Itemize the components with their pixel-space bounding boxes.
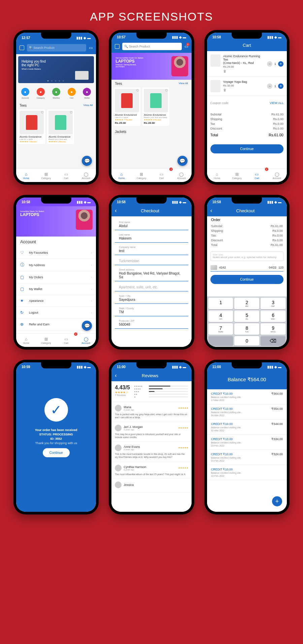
nav-category[interactable]: ⊞Category [36,334,56,347]
signal-icon: ▮▮▮ [76,36,82,40]
view-all-link[interactable]: View All [83,104,93,107]
search-input[interactable]: 🔍 Search Product [122,43,181,50]
nav-account[interactable]: ◯Account [267,169,287,182]
account-row[interactable]: ▢My Orders› [16,272,96,283]
qty-plus[interactable]: + [278,83,283,89]
product-card[interactable]: ♡Atomic EnduranceReach your limit and★★★… [47,109,74,144]
account-row[interactable]: ↻Logout› [16,307,96,319]
product-card[interactable]: ♡Atomic EnduranceLike it's v-neck★★★★★ 7… [18,109,45,144]
account-row[interactable]: ℗Reward Points› [16,330,96,333]
bottom-nav: ⌂Home ⊞Category ▭2Cart ◯Account [207,169,287,182]
nav-home[interactable]: ⌂Home [207,169,227,182]
coupon-row[interactable]: Coupon codeVIEW ALL [207,98,287,108]
back-icon[interactable]: ‹ [115,372,116,379]
product-card[interactable]: ♡Atomic EnduranceLike it's v-neck★★★★★ 7… [113,87,140,126]
chevron-right-icon: › [91,311,92,314]
form-field[interactable]: Company nametest [115,244,188,255]
review-item: Jeri J. Morgan2 years ago★★★★★This may b… [111,422,191,442]
view-all-link[interactable]: View All [179,82,188,85]
account-row[interactable]: ♡My Favourites› [16,247,96,259]
form-field[interactable]: Last nameHakeem [115,231,188,243]
product-card[interactable]: ♡Atomic EnduranceReach your limit and ke… [142,87,169,126]
qty-minus[interactable]: − [267,61,272,67]
back-icon[interactable]: ‹ [115,208,116,214]
keypad-key[interactable] [208,336,233,346]
keypad-key[interactable]: 0 [234,336,259,346]
qty-plus[interactable]: + [278,61,283,67]
scan-icon[interactable] [115,44,120,49]
hero-banner[interactable]: Get Incredible Deals On Select LAPTOPS D… [111,53,191,80]
form-field[interactable]: State / CountyTM [115,305,188,316]
keypad-key[interactable]: 6MNO [261,311,285,322]
account-row[interactable]: ⓘMy Address› [16,259,96,272]
card-input[interactable]: 424204/22123 [210,264,283,272]
nav-cart[interactable]: ▭2Cart [56,334,76,347]
nav-home[interactable]: ⌂Home [111,169,131,182]
hero-banner[interactable]: Helping you find the right PC What's Ins… [18,56,94,83]
keypad-key[interactable]: ⌫ [261,336,285,346]
phone-checkout-form: 10:58▮▮▮ ◈ ▬ ‹Checkout First nameAbdulLa… [109,195,194,350]
nav-category[interactable]: ⊞Category [36,169,56,182]
product-row: ♡Atomic EnduranceLike it's v-neck★★★★★ 7… [111,87,191,126]
nav-cart[interactable]: ▭2Cart [247,169,267,182]
keypad-key[interactable]: 1 [208,298,233,309]
keypad-key[interactable]: 8TUV [234,323,259,335]
account-row[interactable]: ✷Apearance› [16,295,96,307]
continue-button[interactable]: Continue [43,448,70,457]
heart-icon[interactable]: ♡ [136,89,139,93]
phone-reviews: 11:00▮▮▮ ◈ ▬ ‹Reviews 4.43/5 ★★★★☆ 7 Rev… [109,360,194,514]
form-field[interactable]: Postcode / ZIP560048 [115,318,188,329]
quick-link[interactable]: ●Wallet [83,88,91,99]
add-fab[interactable]: + [272,496,282,506]
nav-account[interactable]: ◯Account [76,334,96,347]
avatar [115,481,122,488]
continue-button[interactable]: Continue [210,144,283,153]
nav-cart[interactable]: ▭Cart [56,169,76,182]
chat-fab[interactable]: 💬 [177,156,188,166]
nav-account[interactable]: ◯Account [171,169,191,182]
heart-icon[interactable]: ♡ [165,89,168,93]
keypad-key[interactable]: 2ABC [234,298,259,309]
keypad-key[interactable]: 9WXYZ [261,323,285,335]
form-field[interactable]: Turkmenistan [115,256,188,265]
row-icon: ▢ [20,275,26,280]
continue-button[interactable]: Continue [210,275,283,284]
order-notes[interactable]: Order notesNotes about your order, e.g. … [210,251,283,261]
quick-link[interactable]: ●Cart [68,88,76,99]
form-field[interactable]: First nameAbdul [115,219,188,230]
header: ‹Checkout [111,206,191,216]
search-input[interactable]: 🔍 Search Product [27,44,86,51]
row-icon: ✷ [20,298,26,303]
bottom-nav: ⌂Home ⊞Category ▭2Cart ◯Account [16,333,96,347]
avatar [115,425,122,431]
qty-minus[interactable]: − [267,83,272,89]
quick-link[interactable]: ●Wishlist [52,88,60,99]
nav-cart[interactable]: ▭2Cart [152,169,171,182]
nav-category[interactable]: ⊞Category [132,169,152,182]
cart-icon[interactable]: ▭ [89,45,93,50]
heart-icon[interactable]: ♡ [41,111,44,114]
trash-icon[interactable]: 🗑 [223,88,264,92]
quick-link[interactable]: ●Category [37,88,45,99]
form-field[interactable]: Town / CitySayedpura [115,293,188,304]
quick-link[interactable]: ●Account [21,88,29,99]
cart-icon[interactable]: ▭2 [184,44,188,49]
keypad-key[interactable]: 7PQRS [208,323,233,335]
nav-category[interactable]: ⊞Category [227,169,247,182]
keypad-key[interactable]: 3DEF [261,298,285,309]
nav-home[interactable]: ⌂Home [16,169,36,182]
form-field[interactable]: Street addressHodi Bungalow, Ved Rd, Var… [115,266,188,281]
trash-icon[interactable]: 🗑 [223,69,264,73]
keypad-key[interactable]: 5JKL [234,311,259,322]
nav-home[interactable]: ⌂Home [16,334,36,347]
account-row[interactable]: ▢My Wallet› [16,283,96,295]
back-icon[interactable]: ‹ [210,208,212,214]
nav-account[interactable]: ◯Account [76,169,96,182]
page-title: APP SCREENSHOTS [0,0,303,30]
header: ‹Checkout [207,206,287,216]
keypad-key[interactable]: 4GHI [208,311,233,322]
search-bar: 🔍 Search Product ▭2 [111,41,191,53]
scan-icon[interactable] [20,45,24,50]
heart-icon[interactable]: ♡ [70,111,73,114]
form-field[interactable]: Apartment, suite, unit, etc. [115,283,188,291]
